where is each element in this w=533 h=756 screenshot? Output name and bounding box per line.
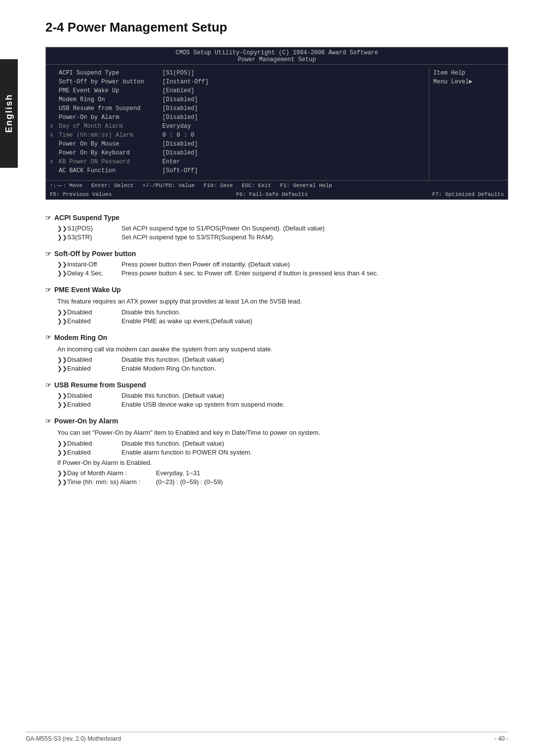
section-bullets: ❯❯DisabledDisable this function.❯❯Enable…	[57, 308, 508, 325]
section-title-text: ACPI Suspend Type	[54, 214, 119, 222]
section-bullets: ❯❯DisabledDisable this function. (Defaul…	[57, 356, 508, 372]
bios-row-label: Power On By Keyboard	[59, 150, 162, 156]
section-title-text: PME Event Wake Up	[54, 286, 121, 294]
section-description: You can set "Power-On by Alarm" item to …	[57, 428, 508, 438]
extra-bullet-row: ❯❯Day of Month Alarm :Everyday, 1~31	[57, 469, 508, 477]
bullet-key: Instant-Off	[67, 261, 121, 268]
bullet-key: Disabled	[67, 392, 121, 399]
section-arrow-icon: ☞	[45, 250, 51, 258]
bullet-desc: Enable Modem Ring On function.	[121, 365, 508, 372]
bios-header: CMOS Setup Utility-Copyright (C) 1984-20…	[46, 47, 508, 65]
section-title-text: Power-On by Alarm	[54, 417, 118, 425]
bios-row-label: Power-On by Alarm	[59, 114, 162, 121]
bullet-arrow-icon: ❯❯	[57, 270, 67, 277]
section-title-power-on-by-alarm: ☞Power-On by Alarm	[45, 417, 508, 425]
bullet-desc: Enable alarm function to POWER ON system…	[121, 449, 508, 456]
extra-bullet-desc: (0~23) : (0~59) : (0~59)	[156, 478, 508, 486]
section-arrow-icon: ☞	[45, 334, 51, 341]
bios-row-value: Everyday	[162, 123, 191, 130]
section-title-text: Soft-Off by Power button	[54, 250, 136, 258]
bios-row-value: [Disabled]	[162, 114, 198, 121]
bullet-arrow-icon: ❯❯	[57, 356, 67, 363]
section-title-text: USB Resume from Suspend	[54, 381, 146, 389]
bullet-key: Enabled	[67, 317, 121, 325]
bios-setting-row: xKB Power ON PasswordEnter	[50, 158, 425, 167]
bios-setting-row: ACPI Suspend Type[S1(POS)]	[50, 70, 425, 78]
section-bullets: ❯❯DisabledDisable this function. (Defaul…	[57, 392, 508, 408]
section-title-acpi-suspend-type: ☞ACPI Suspend Type	[45, 214, 508, 222]
section-arrow-icon: ☞	[45, 214, 51, 222]
bios-row-label: AC BACK Function	[59, 167, 162, 174]
bios-setting-row: Soft-Off by Power button[Instant-Off]	[50, 78, 425, 87]
bios-body: ACPI Suspend Type[S1(POS)]Soft-Off by Po…	[46, 65, 508, 180]
bullet-arrow-icon: ❯❯	[57, 479, 67, 486]
bullet-desc: Set ACPI suspend type to S3/STR(Suspend …	[121, 233, 508, 241]
page-title: 2-4 Power Management Setup	[45, 20, 508, 35]
section-title-usb-resume-from-suspend: ☞USB Resume from Suspend	[45, 381, 508, 389]
bios-row-value: [Disabled]	[162, 150, 198, 156]
bullet-row: ❯❯S3(STR)Set ACPI suspend type to S3/STR…	[57, 233, 508, 241]
bios-row-value: [Enabled]	[162, 87, 194, 94]
bullet-row: ❯❯Delay 4 Sec.Press power button 4 sec. …	[57, 269, 508, 277]
section-arrow-icon: ☞	[45, 381, 51, 389]
bios-setting-row: USB Resume from Suspend[Disabled]	[50, 105, 425, 113]
section-bullets: ❯❯S1(POS)Set ACPI suspend type to S1/POS…	[57, 225, 508, 241]
bullet-key: Disabled	[67, 356, 121, 363]
bios-esc: ESC: Exit	[242, 183, 271, 189]
bios-screenshot: CMOS Setup Utility-Copyright (C) 1984-20…	[45, 47, 508, 200]
bullet-desc: Disable this function. (Default value)	[121, 440, 508, 447]
bullet-desc: Enable USB device wake up system from su…	[121, 401, 508, 408]
bios-item-help-title: Item Help	[433, 70, 504, 76]
main-content: 2-4 Power Management Setup CMOS Setup Ut…	[26, 0, 533, 507]
bullet-desc: Set ACPI suspend type to S1/POS(Power On…	[121, 225, 508, 232]
page-title-num: 2-4	[45, 20, 64, 35]
bios-setting-row: PME Event Wake Up[Enabled]	[50, 87, 425, 96]
bios-row-label: KB Power ON Password	[59, 158, 162, 165]
bios-setting-row: xTime (hh:mm:ss) Alarm0 : 0 : 0	[50, 132, 425, 140]
footer-left: GA-M55S-S3 (rev. 2.0) Motherboard	[26, 735, 121, 742]
bios-f10: F10: Save	[203, 183, 232, 189]
bullet-arrow-icon: ❯❯	[57, 401, 67, 408]
section-description: This feature requires an ATX power suppl…	[57, 297, 508, 306]
page-title-text: Power Management Setup	[68, 20, 228, 35]
bios-row-label: PME Event Wake Up	[59, 87, 162, 94]
bullet-arrow-icon: ❯❯	[57, 261, 67, 268]
bios-row-value: [Soft-Off]	[162, 167, 198, 174]
bullet-key: Enabled	[67, 365, 121, 372]
bullet-row: ❯❯EnabledEnable Modem Ring On function.	[57, 365, 508, 372]
bios-header-line1: CMOS Setup Utility-Copyright (C) 1984-20…	[46, 49, 508, 56]
bullet-arrow-icon: ❯❯	[57, 365, 67, 372]
bullet-row: ❯❯S1(POS)Set ACPI suspend type to S1/POS…	[57, 225, 508, 232]
bios-row-label: Time (hh:mm:ss) Alarm	[59, 132, 162, 139]
bullet-arrow-icon: ❯❯	[57, 440, 67, 447]
footer-right: - 40 -	[495, 735, 508, 742]
bios-menu-level: Menu Level►	[433, 78, 504, 85]
bios-row-value: [Instant-Off]	[162, 78, 209, 85]
bios-row-prefix: x	[50, 158, 59, 165]
bios-f6: F6: Fail-Safe Defaults	[236, 191, 307, 197]
bullet-row: ❯❯DisabledDisable this function.	[57, 308, 508, 316]
sidebar-label: English	[4, 94, 14, 133]
extra-bullet-key: Time (hh: mm: ss) Alarm :	[67, 478, 156, 486]
bios-settings-list: ACPI Suspend Type[S1(POS)]Soft-Off by Po…	[46, 68, 429, 178]
bios-value: +/-/PU/PD: Value	[143, 183, 195, 189]
bios-setting-row: Power-On by Alarm[Disabled]	[50, 114, 425, 122]
bios-f7: F7: Optimized Defaults	[432, 191, 504, 197]
bios-row-value: 0 : 0 : 0	[162, 132, 194, 139]
bullet-desc: Press power button then Power off instan…	[121, 261, 508, 268]
bullet-key: Enabled	[67, 449, 121, 456]
bios-setting-row: Power On By Mouse[Disabled]	[50, 141, 425, 149]
bios-setting-row: AC BACK Function[Soft-Off]	[50, 167, 425, 176]
extra-bullet-row: ❯❯Time (hh: mm: ss) Alarm :(0~23) : (0~5…	[57, 478, 508, 486]
bullet-key: Delay 4 Sec.	[67, 269, 121, 277]
bullet-row: ❯❯Instant-OffPress power button then Pow…	[57, 261, 508, 268]
bios-row-label: Modem Ring On	[59, 96, 162, 103]
section-bullets: ❯❯DisabledDisable this function. (Defaul…	[57, 440, 508, 456]
bullet-row: ❯❯DisabledDisable this function. (Defaul…	[57, 392, 508, 399]
bullet-key: Disabled	[67, 308, 121, 316]
bullet-key: Disabled	[67, 440, 121, 447]
bios-row-label: ACPI Suspend Type	[59, 70, 162, 76]
section-title-text: Modem Ring On	[54, 334, 107, 341]
bios-enter-select: Enter: Select	[91, 183, 134, 189]
bios-setting-row: Power On By Keyboard[Disabled]	[50, 150, 425, 158]
